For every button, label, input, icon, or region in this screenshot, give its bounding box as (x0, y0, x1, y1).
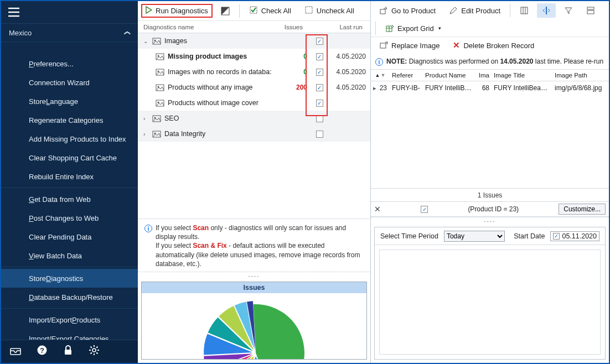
img-norec-icon (156, 67, 164, 76)
svg-marker-16 (146, 7, 152, 13)
svg-rect-40 (587, 7, 594, 9)
info-icon: i (375, 58, 383, 66)
svg-rect-35 (380, 9, 385, 14)
results-grid-header: ▲▼ Referer Product Name Ima Image Title … (371, 69, 609, 81)
svg-line-14 (91, 352, 92, 353)
detail-panel: Select Time Period Today Start Date 05.1… (374, 227, 606, 360)
diag-group-images[interactable]: ⌄Images (138, 33, 370, 49)
nav-item-store-diagnostics[interactable]: Store Diagnostics (1, 269, 138, 288)
results-toolbar-2: Replace Image ✕Delete Broken Record (371, 37, 609, 54)
diag-item-products-without-image-cover[interactable]: Products without image cover (138, 95, 370, 111)
caret-icon[interactable]: ⌄ (143, 38, 149, 44)
svg-rect-6 (65, 350, 71, 355)
diagnostics-toolbar: Run Diagnostics Check All Uncheck All (138, 1, 370, 21)
info-icon: i (144, 225, 152, 232)
nav-item-database-backup-restore[interactable]: Database Backup/Restore (1, 288, 138, 306)
inbox-icon[interactable] (10, 345, 21, 358)
nav-item-post-changes-to-web[interactable]: Post Changes to Web (1, 209, 138, 227)
caret-icon[interactable]: › (143, 131, 149, 137)
svg-rect-36 (521, 7, 528, 14)
img-missing-icon (156, 52, 164, 61)
diag-checkbox[interactable] (316, 131, 323, 138)
store-name: Mexico (9, 29, 32, 37)
nav-item-add-missing-products-to-index[interactable]: Add Missing Products to Index (1, 129, 138, 148)
svg-rect-20 (306, 7, 312, 13)
export-grid-button[interactable]: Export Grid▾ (380, 21, 446, 35)
filter-bar: ✕ (Product ID = 23) Customize... (371, 201, 609, 217)
play-icon (146, 6, 152, 15)
svg-rect-41 (587, 11, 594, 14)
check-all-button[interactable]: Check All (244, 3, 296, 19)
svg-line-15 (96, 347, 97, 348)
filter-checkbox[interactable] (421, 206, 428, 213)
nav-item-store-language[interactable]: Store Language (1, 92, 138, 111)
filter-close[interactable]: ✕ (374, 205, 381, 214)
splitter-right[interactable]: ···· (371, 217, 609, 223)
results-grid-body: ▸23 FURY-IB- FURY IntelliBeam™ 68 FURY I… (371, 81, 609, 188)
columns-button[interactable] (515, 3, 534, 18)
gear-icon[interactable] (89, 345, 100, 358)
nav-item-connection-wizard[interactable]: Connection Wizard (1, 73, 138, 92)
diagnostics-tree: ⌄ImagesMissing product images04.05.2020I… (138, 33, 370, 142)
svg-rect-45 (380, 43, 386, 48)
nav-item-rebuild-entire-index[interactable]: Rebuild Entire Index (1, 167, 138, 186)
nav-item-import-export-categories[interactable]: Import/Export Categories (1, 329, 138, 340)
nav-item-preferences[interactable]: Preferences... (1, 54, 138, 73)
chart-title: Issues (142, 282, 366, 293)
run-diagnostics-button[interactable]: Run Diagnostics (141, 4, 213, 18)
nav-list: Preferences...Connection WizardStore Lan… (1, 42, 138, 340)
lock-icon[interactable] (63, 345, 73, 358)
scan-note: i If you select Scan only - diagnostics … (138, 219, 370, 272)
uncheckall-icon (304, 6, 313, 16)
checkall-icon (249, 6, 258, 16)
delete-broken-button[interactable]: ✕Delete Broken Record (448, 38, 539, 53)
filter-text: (Product ID = 23) (468, 205, 519, 213)
chevron-down-icon: ❮ (124, 30, 131, 35)
split-view-button[interactable] (537, 3, 556, 18)
replace-image-button[interactable]: Replace Image (374, 38, 444, 53)
nav-item-regenerate-categories[interactable]: Regenerate Categories (1, 111, 138, 129)
nav-item-clear-shopping-cart-cache[interactable]: Clear Shopping Cart Cache (1, 148, 138, 167)
issues-chart: Issues (141, 282, 367, 360)
pager: 1 Issues (371, 188, 609, 201)
detail-body (379, 249, 601, 355)
time-period-select[interactable]: Today (444, 231, 505, 242)
sort-indicator[interactable]: ▲▼ (371, 72, 390, 78)
diag-group-data-integrity[interactable]: ›Data Integrity (138, 126, 370, 142)
store-selector[interactable]: Mexico ❮ (1, 23, 138, 42)
nav-item-get-data-from-web[interactable]: Get Data from Web (1, 190, 138, 209)
seo-icon (152, 114, 161, 123)
edit-product-button[interactable]: Edit Product (444, 3, 505, 18)
img-cover-icon (156, 98, 164, 107)
diag-item-products-without-any-image[interactable]: Products without any image2004.05.2020 (138, 80, 370, 95)
start-date-label: Start Date (514, 232, 545, 240)
uncheck-all-button[interactable]: Uncheck All (299, 3, 359, 19)
nav-item-import-export-products[interactable]: Import/Export Products (1, 310, 138, 329)
splitter[interactable]: ···· (138, 272, 370, 278)
contrast-button[interactable] (216, 4, 235, 18)
diag-item-images-with-no-records-in-databa[interactable]: Images with no records in databa:04.05.2… (138, 64, 370, 80)
nav-item-view-batch-data[interactable]: View Batch Data (1, 246, 138, 265)
close-icon: ✕ (453, 40, 460, 50)
goto-product-button[interactable]: Go to Product (374, 3, 441, 18)
time-period-label: Select Time Period (380, 232, 438, 240)
filter-customize-button[interactable]: Customize... (559, 204, 606, 215)
layout-button[interactable] (581, 3, 600, 18)
diagnostics-grid-header: Diagnostics name Issues Last run (138, 21, 370, 33)
highlight-checkbox-col (306, 34, 328, 116)
diag-group-seo[interactable]: ›SEO (138, 111, 370, 126)
svg-point-7 (92, 349, 96, 352)
start-date-input[interactable]: 05.11.2020 (550, 231, 599, 241)
diag-item-missing-product-images[interactable]: Missing product images04.05.2020 (138, 49, 370, 64)
bottom-bar: ? (1, 340, 138, 363)
images-icon (152, 37, 161, 45)
help-icon[interactable]: ? (37, 345, 48, 358)
svg-rect-3 (11, 349, 20, 355)
sidebar: Mexico ❮ Preferences...Connection Wizard… (1, 1, 138, 363)
nav-item-clear-pending-data[interactable]: Clear Pending Data (1, 227, 138, 246)
pie-chart (190, 293, 318, 360)
hamburger-menu[interactable] (1, 1, 138, 23)
filter-button[interactable] (559, 3, 578, 18)
caret-icon[interactable]: › (143, 116, 149, 122)
results-row[interactable]: ▸23 FURY-IB- FURY IntelliBeam™ 68 FURY I… (371, 81, 609, 95)
